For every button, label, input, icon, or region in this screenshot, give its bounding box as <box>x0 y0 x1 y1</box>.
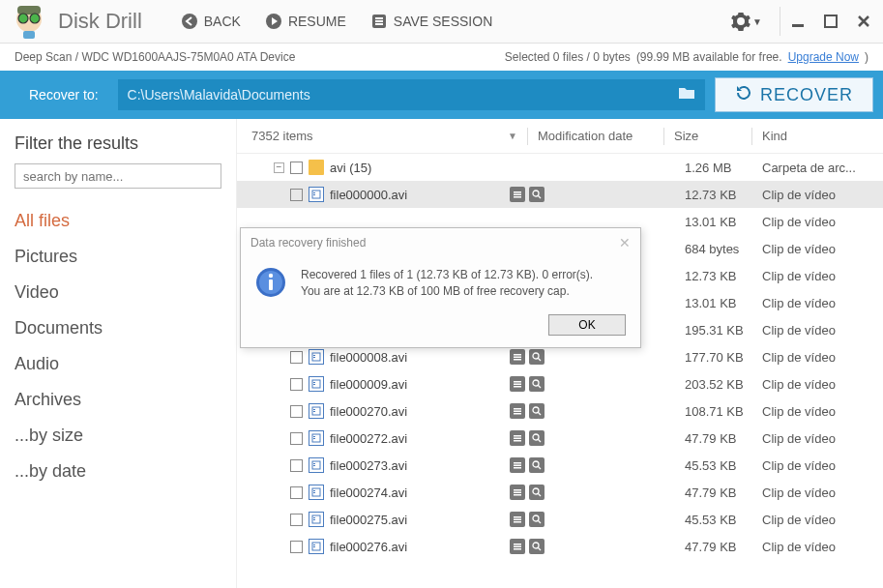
preview-action-icon[interactable] <box>529 376 545 392</box>
svg-rect-60 <box>514 467 521 469</box>
back-label: BACK <box>204 14 241 29</box>
file-kind: Clip de vídeo <box>762 323 868 338</box>
list-action-icon[interactable] <box>510 430 525 446</box>
preview-action-icon[interactable] <box>529 539 545 554</box>
checkbox[interactable] <box>290 189 303 201</box>
list-action-icon[interactable] <box>510 376 525 392</box>
app-mascot-icon <box>10 2 48 41</box>
svg-rect-56 <box>313 463 315 464</box>
list-action-icon[interactable] <box>510 349 525 365</box>
file-row[interactable]: file000275.avi45.53 KBClip de vídeo <box>237 506 883 533</box>
svg-rect-48 <box>313 436 315 437</box>
svg-rect-75 <box>514 519 521 521</box>
play-icon <box>265 13 282 30</box>
checkbox[interactable] <box>290 351 303 364</box>
preview-action-icon[interactable] <box>529 457 545 473</box>
list-action-icon[interactable] <box>510 512 525 527</box>
filter-item[interactable]: Video <box>15 275 221 310</box>
file-row[interactable]: file000274.avi47.79 KBClip de vídeo <box>237 479 883 506</box>
file-kind: Clip de vídeo <box>762 540 868 554</box>
preview-action-icon[interactable] <box>529 403 545 419</box>
svg-line-86 <box>538 547 541 550</box>
free-available: (99.99 MB available for free. <box>636 50 782 64</box>
svg-rect-42 <box>514 408 521 410</box>
filter-item[interactable]: ...by date <box>15 454 221 489</box>
info-icon <box>255 267 286 298</box>
svg-rect-20 <box>514 196 521 198</box>
checkbox[interactable] <box>290 162 303 174</box>
filter-item[interactable]: Audio <box>15 346 221 382</box>
file-row[interactable]: file000009.avi203.52 KBClip de vídeo <box>237 370 883 397</box>
file-name: file000272.avi <box>330 431 510 446</box>
preview-action-icon[interactable] <box>529 512 545 527</box>
items-count: 7352 items <box>251 129 313 143</box>
preview-action-icon[interactable] <box>529 349 545 365</box>
svg-rect-13 <box>792 24 804 27</box>
browse-folder-icon[interactable] <box>678 86 695 103</box>
file-kind: Clip de vídeo <box>762 431 868 446</box>
checkbox[interactable] <box>290 459 303 472</box>
svg-rect-33 <box>313 384 315 385</box>
filter-item[interactable]: Archives <box>15 382 221 418</box>
dialog-close-icon[interactable]: ✕ <box>619 235 631 250</box>
svg-rect-35 <box>514 384 521 386</box>
filter-item[interactable]: Pictures <box>15 239 221 275</box>
chevron-down-icon: ▼ <box>752 16 762 27</box>
checkbox[interactable] <box>290 541 303 553</box>
svg-rect-25 <box>313 357 315 358</box>
folder-icon <box>309 160 324 175</box>
filter-item[interactable]: All files <box>15 203 221 239</box>
recover-to-label: Recover to: <box>29 87 99 103</box>
svg-rect-66 <box>514 489 521 491</box>
back-button[interactable]: BACK <box>181 13 241 30</box>
sort-indicator-icon[interactable]: ▼ <box>508 131 517 141</box>
checkbox[interactable] <box>290 432 303 445</box>
ok-button[interactable]: OK <box>548 314 626 336</box>
collapse-toggle-icon[interactable]: − <box>274 162 284 173</box>
svg-rect-82 <box>514 544 521 545</box>
recover-path-input[interactable]: C:\Users\Malavida\Documents <box>118 79 705 110</box>
preview-action-icon[interactable] <box>529 430 545 446</box>
preview-action-icon[interactable] <box>529 187 545 202</box>
file-row[interactable]: file000276.avi47.79 KBClip de vídeo <box>237 533 883 560</box>
checkbox[interactable] <box>290 514 303 526</box>
svg-rect-18 <box>514 191 521 193</box>
close-button[interactable] <box>854 14 873 29</box>
list-action-icon[interactable] <box>510 403 525 419</box>
col-size[interactable]: Size <box>674 129 751 143</box>
checkbox[interactable] <box>290 486 303 499</box>
file-row[interactable]: file000272.avi47.79 KBClip de vídeo <box>237 425 883 452</box>
list-action-icon[interactable] <box>510 187 525 202</box>
svg-rect-6 <box>23 31 35 39</box>
video-file-icon <box>309 430 324 446</box>
filter-item[interactable]: Documents <box>15 310 221 346</box>
settings-button[interactable]: ▼ <box>731 12 762 31</box>
filter-item[interactable]: ...by size <box>15 418 221 454</box>
dialog-message-line1: Recovered 1 files of 1 (12.73 KB of 12.7… <box>301 267 593 283</box>
file-kind: Clip de vídeo <box>762 350 868 365</box>
maximize-button[interactable] <box>821 14 840 29</box>
folder-row[interactable]: −avi (15)1.26 MBCarpeta de arc... <box>237 154 883 181</box>
file-row[interactable]: file000000.avi12.73 KBClip de vídeo <box>237 181 883 208</box>
recover-button[interactable]: RECOVER <box>715 77 873 112</box>
preview-action-icon[interactable] <box>529 485 545 500</box>
search-input[interactable] <box>15 163 221 189</box>
resume-button[interactable]: RESUME <box>265 13 346 30</box>
dialog-message-line2: You are at 12.73 KB of 100 MB of free re… <box>301 283 593 300</box>
close-paren: ) <box>865 50 868 64</box>
file-kind: Clip de vídeo <box>762 404 868 419</box>
svg-rect-27 <box>514 357 521 359</box>
file-row[interactable]: file000270.avi108.71 KBClip de vídeo <box>237 397 883 425</box>
checkbox[interactable] <box>290 405 303 418</box>
upgrade-link[interactable]: Upgrade Now <box>788 50 859 64</box>
svg-line-78 <box>538 520 541 523</box>
save-session-button[interactable]: SAVE SESSION <box>370 13 492 30</box>
col-modification-date[interactable]: Modification date <box>538 129 663 143</box>
list-action-icon[interactable] <box>510 457 525 473</box>
file-row[interactable]: file000273.avi45.53 KBClip de vídeo <box>237 452 883 479</box>
checkbox[interactable] <box>290 378 303 391</box>
col-kind[interactable]: Kind <box>762 129 868 143</box>
list-action-icon[interactable] <box>510 539 525 554</box>
list-action-icon[interactable] <box>510 485 525 500</box>
minimize-button[interactable] <box>788 14 808 29</box>
